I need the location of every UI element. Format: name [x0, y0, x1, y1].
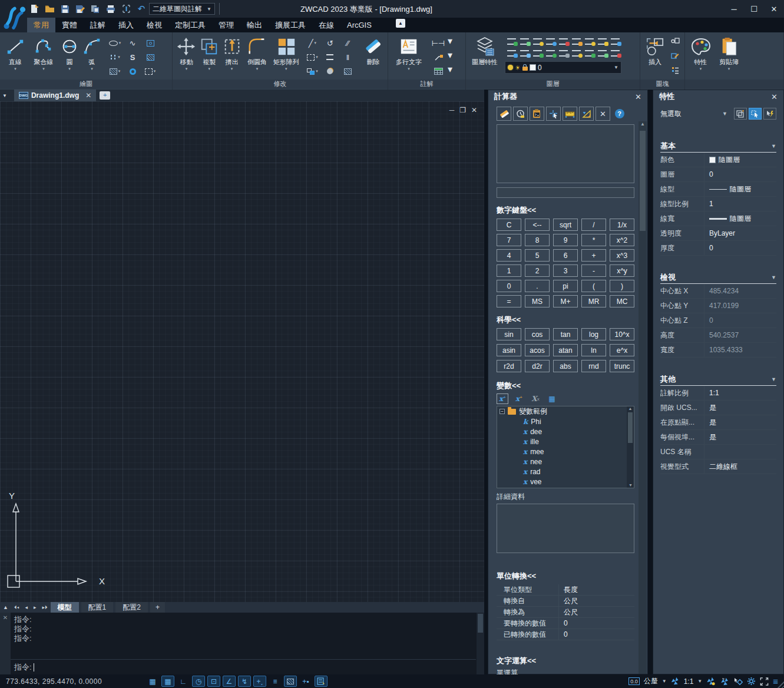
calc-key-backspace[interactable]: <-- — [525, 219, 550, 231]
delete-expression-icon[interactable]: ✕ — [596, 107, 610, 121]
fullscreen-icon[interactable] — [760, 677, 769, 686]
tab-online[interactable]: 在線 — [312, 18, 340, 32]
first-tab-icon[interactable]: ⏴◂ — [11, 604, 22, 611]
tab-layout2[interactable]: 配置2 — [115, 602, 148, 613]
calc-key-cos[interactable]: cos — [525, 328, 550, 340]
annotation-scale-icon[interactable] — [671, 677, 680, 686]
calc-key-7[interactable]: 7 — [497, 234, 521, 246]
create-block-icon[interactable] — [669, 35, 681, 47]
prev-tab-icon[interactable]: ◂ — [22, 604, 31, 610]
calc-key-rad-to-deg[interactable]: r2d — [497, 360, 521, 372]
clear-icon[interactable] — [497, 107, 511, 121]
property-row-center-x[interactable]: 中心點 X 485.4234 — [660, 284, 776, 299]
calc-key-atan[interactable]: atan — [553, 344, 578, 356]
toggle-pickadd-icon[interactable] — [763, 108, 776, 120]
calc-key-minus[interactable]: - — [581, 264, 606, 277]
mtext-button[interactable]: 多行文字▾ — [391, 34, 427, 80]
quick-select-icon[interactable] — [734, 108, 747, 120]
close-properties-icon[interactable]: ✕ — [771, 92, 778, 101]
property-row-lineweight[interactable]: 線寬 隨圖層 — [660, 211, 776, 226]
calc-key-1[interactable]: 1 — [497, 264, 521, 277]
save-as-icon[interactable] — [74, 3, 86, 15]
tab-view[interactable]: 檢視 — [140, 18, 168, 32]
lineweight-icon[interactable]: ≡ — [269, 676, 282, 687]
calc-key-2[interactable]: 2 — [525, 264, 550, 277]
mirror-icon[interactable]: ‖ — [339, 50, 356, 64]
dimension-icon[interactable]: ⊢⊣ — [429, 36, 447, 50]
keypad-header[interactable]: 數字鍵盤<< — [497, 205, 647, 216]
units-label[interactable]: 公釐 — [644, 676, 658, 686]
layer-lock-icon[interactable] — [557, 35, 570, 47]
layer-merge-icon[interactable] — [557, 47, 570, 59]
canvas-restore-button[interactable]: ❐ — [459, 106, 466, 114]
calc-key-decimal[interactable]: . — [525, 280, 550, 292]
calc-key-6[interactable]: 6 — [553, 249, 578, 262]
property-row-visual-style[interactable]: 視覺型式 二維線框 — [660, 459, 776, 474]
calculator-help-icon[interactable]: ? — [612, 107, 627, 121]
pick-point-icon[interactable] — [546, 107, 561, 121]
annotation-visibility-icon[interactable] — [706, 677, 716, 686]
calc-key-acos[interactable]: acos — [525, 344, 550, 356]
property-row-per-viewport[interactable]: 每個視埠... 是 — [660, 430, 776, 445]
tablet-icon[interactable] — [315, 676, 328, 687]
ortho-icon[interactable]: ∟ — [177, 676, 190, 687]
dynamic-ucs-icon[interactable]: +˯ — [253, 676, 266, 687]
tab-home[interactable]: 常用 — [27, 18, 55, 32]
last-tab-icon[interactable]: ▸⏵ — [39, 604, 51, 611]
tab-output[interactable]: 輸出 — [240, 18, 269, 32]
layer-isolate-off-icon[interactable] — [570, 47, 583, 59]
new-document-icon[interactable]: + — [100, 91, 110, 100]
tab-model[interactable]: 模型 — [51, 602, 79, 613]
calculator-return-icon[interactable]: ▦ — [546, 393, 558, 404]
property-row-center-z[interactable]: 中心點 Z 0 — [660, 313, 776, 328]
calculator-history-box[interactable] — [497, 124, 634, 183]
menu-icon[interactable]: ≡ — [773, 676, 778, 686]
close-command-icon[interactable]: ✕ — [3, 614, 8, 621]
variable-row[interactable]: xmee — [497, 446, 634, 457]
layer-thaw-icon[interactable] — [596, 35, 608, 47]
misc-section-header[interactable]: 其他 ▼ — [660, 373, 776, 386]
property-row-color[interactable]: 顏色 隨圖層 — [660, 153, 776, 167]
command-prompt[interactable]: 指令: — [11, 659, 476, 674]
tab-insert[interactable]: 插入 — [112, 18, 140, 32]
calc-key-4[interactable]: 4 — [497, 249, 521, 262]
variables-tree[interactable]: − 變數範例 kPhi xdee xille xmee xnee xrad xv… — [497, 406, 634, 488]
app-logo[interactable] — [0, 0, 27, 32]
selection-cycling-icon[interactable] — [733, 677, 743, 686]
calc-key-e-pow[interactable]: e^x — [610, 344, 634, 356]
expand-command-icon[interactable]: ▲ — [0, 604, 11, 610]
calc-key-clear[interactable]: C — [497, 219, 521, 231]
stretch-button[interactable]: 擠出▾ — [221, 34, 243, 80]
layer-restore-icon[interactable] — [583, 47, 596, 59]
layer-unlock-icon[interactable] — [570, 35, 583, 47]
maximize-button[interactable]: ☐ — [744, 0, 764, 18]
close-button[interactable]: ✕ — [764, 0, 784, 18]
units-row[interactable]: 轉換自公尺 — [497, 596, 634, 607]
dimension-dropdown-icon[interactable]: ▾ — [448, 35, 452, 47]
paste-to-commandline-icon[interactable] — [530, 107, 544, 121]
properties-title-bar[interactable]: 特性 ✕ — [653, 90, 783, 103]
collapse-section-icon[interactable]: ▼ — [771, 274, 776, 280]
property-row-ucs-at-origin[interactable]: 在原點顯... 是 — [660, 415, 776, 430]
units-row[interactable]: 已轉換的數值0 — [497, 629, 634, 640]
measure-distance-icon[interactable] — [563, 107, 577, 121]
view-section-header[interactable]: 檢視 ▼ — [660, 271, 776, 284]
calculator-title-bar[interactable]: 計算器 ✕ — [488, 90, 647, 103]
basic-section-header[interactable]: 基本 ▼ — [660, 140, 776, 153]
hatch-icon[interactable]: ▾ — [106, 64, 124, 78]
tab-annotate[interactable]: 註解 — [84, 18, 112, 32]
open-folder-icon[interactable] — [44, 3, 55, 15]
property-row-width[interactable]: 寬度 1035.4333 — [660, 343, 776, 358]
attributes-icon[interactable] — [669, 64, 681, 76]
table-icon[interactable] — [429, 64, 447, 78]
units-header[interactable]: 單位轉換<< — [497, 571, 647, 581]
calc-key-close-paren[interactable]: ) — [610, 280, 634, 292]
calc-key-0[interactable]: 0 — [497, 280, 521, 292]
erase-button[interactable]: 刪除 — [361, 34, 385, 80]
fillet-button[interactable]: 倒圓角▾ — [243, 34, 272, 80]
calc-key-reciprocal[interactable]: 1/x — [610, 219, 634, 231]
calc-key-equals[interactable]: = — [497, 295, 521, 307]
calc-key-round[interactable]: rnd — [581, 360, 606, 372]
grid-icon[interactable]: ▦ — [161, 676, 174, 687]
command-history[interactable]: 指令: 指令: 指令: 指令: — [11, 613, 484, 674]
